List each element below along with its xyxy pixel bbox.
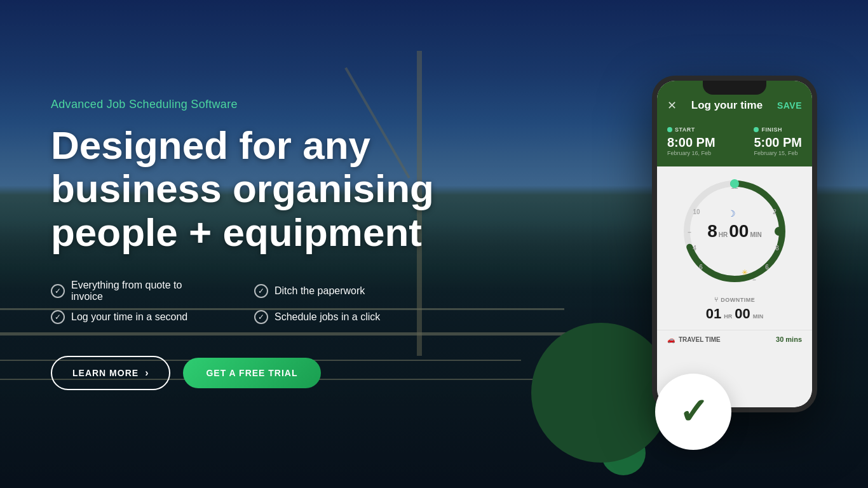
feature-schedule-jobs: Schedule jobs in a click [254,310,419,324]
feature-log-time: Log your time in a second [51,310,216,324]
downtime-hours: 01 [706,306,721,322]
downtime-time: 01 HR 00 MIN [706,306,763,322]
finish-label: FINISH [754,126,802,133]
feature-text-1: Everything from quote to invoice [71,280,216,302]
start-date: February 16, Feb [667,150,715,156]
headline-line2: business organising [51,166,434,210]
travel-icon: 🚗 [667,336,675,343]
save-button[interactable]: SAVE [777,100,802,111]
free-trial-button[interactable]: GET A FREE TRIAL [183,358,320,388]
travel-time-bar: 🚗 TRAVEL TIME 30 mins [657,330,812,348]
feature-ditch-paperwork: Ditch the paperwork [254,280,419,302]
clock-min-label: MIN [750,231,761,238]
check-circle-icon-4 [254,310,268,324]
travel-value: 30 mins [776,336,802,343]
travel-label: 🚗 TRAVEL TIME [667,336,721,343]
svg-point-12 [730,179,739,188]
clock-minutes: 00 [729,221,749,241]
svg-text:6: 6 [765,264,769,271]
close-button[interactable]: ✕ [667,98,677,112]
feature-text-4: Schedule jobs in a click [275,311,380,323]
check-circle-icon-2 [254,284,268,298]
finish-dot [754,127,759,132]
check-circle-icon-3 [51,310,65,324]
headline-line1: Designed for any [51,123,370,167]
finish-time-block: FINISH 5:00 PM February 15, Feb [754,126,802,156]
screen-title: Log your time [691,99,763,112]
time-section: START 8:00 PM February 16, Feb FINISH 5:… [657,120,812,166]
features-list: Everything from quote to invoice Ditch t… [51,280,419,324]
svg-text:10: 10 [693,208,700,215]
finish-time-value[interactable]: 5:00 PM [754,135,802,150]
start-dot [667,127,672,132]
phone-notch [703,81,766,95]
start-time-value[interactable]: 8:00 PM [667,135,715,150]
feature-text-3: Log your time in a second [71,311,187,323]
svg-text:–: – [752,276,756,283]
downtime-label: ⑂ DOWNTIME [714,296,756,303]
phone-mockup: ✕ Log your time SAVE START 8:00 PM Febru… [652,76,817,412]
headline-line3: people + equipment [51,210,422,254]
svg-text:8: 8 [775,245,779,252]
hero-headline: Designed for any business organising peo… [51,124,458,254]
start-label: START [667,126,715,133]
svg-point-13 [775,227,783,236]
travel-label-text: TRAVEL TIME [679,336,721,343]
learn-more-label: LEARN MORE [72,368,139,378]
downtime-minutes: 00 [735,306,750,322]
check-circle-icon-1 [51,284,65,298]
checkmark-circle: ✓ [655,374,731,450]
phone-body: 12 4 6 – 6 – 2 10 8 4 [657,166,812,407]
phone-screen: ✕ Log your time SAVE START 8:00 PM Febru… [657,81,812,407]
arrow-icon: › [145,367,149,379]
clock-center-display: 8 HR 00 MIN [707,221,762,241]
downtime-hr-label: HR [724,313,732,320]
svg-text:4: 4 [693,245,696,252]
clock-face[interactable]: 12 4 6 – 6 – 2 10 8 4 [681,177,789,285]
finish-date: February 15, Feb [754,150,802,156]
downtime-icon: ⑂ [714,296,719,303]
clock-hr-label: HR [719,231,728,238]
check-icon: ✓ [679,394,709,430]
downtime-section: ⑂ DOWNTIME 01 HR 00 MIN [657,291,812,327]
downtime-min-label: MIN [753,313,764,320]
svg-text:2: 2 [773,208,776,215]
svg-text:6: 6 [699,264,703,271]
svg-text:☽: ☽ [728,208,736,219]
phone-frame: ✕ Log your time SAVE START 8:00 PM Febru… [652,76,817,412]
feature-quote-invoice: Everything from quote to invoice [51,280,216,302]
svg-text:–: – [688,229,691,236]
learn-more-button[interactable]: LEARN MORE › [51,356,170,390]
feature-text-2: Ditch the paperwork [275,285,365,297]
start-time-block: START 8:00 PM February 16, Feb [667,126,715,156]
clock-hours: 8 [707,221,717,241]
svg-text:✳: ✳ [742,268,748,277]
